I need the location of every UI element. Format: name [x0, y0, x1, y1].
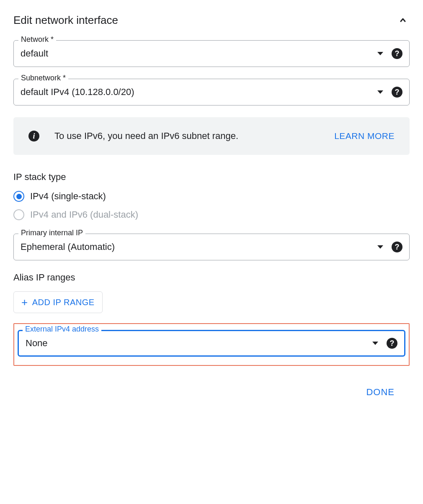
network-select[interactable]: default ?: [13, 40, 410, 67]
radio-icon-selected: [13, 191, 24, 202]
help-icon[interactable]: ?: [392, 48, 402, 59]
subnetwork-value: default IPv4 (10.128.0.0/20): [21, 87, 377, 98]
radio-label: IPv4 and IPv6 (dual-stack): [30, 209, 138, 220]
primary-ip-label: Primary internal IP: [18, 229, 85, 237]
help-icon[interactable]: ?: [392, 242, 402, 252]
external-ip-label: External IPv4 address: [23, 325, 101, 334]
primary-ip-value: Ephemeral (Automatic): [21, 242, 377, 252]
collapse-toggle[interactable]: [396, 13, 410, 27]
radio-icon-disabled: [13, 209, 24, 220]
page-title: Edit network interface: [13, 14, 118, 27]
radio-label: IPv4 (single-stack): [30, 191, 106, 202]
subnetwork-label: Subnetwork *: [18, 74, 68, 82]
alias-title: Alias IP ranges: [13, 272, 410, 283]
ip-stack-radio-group: IPv4 (single-stack) IPv4 and IPv6 (dual-…: [13, 191, 410, 220]
add-ip-range-button[interactable]: + ADD IP RANGE: [13, 291, 103, 313]
radio-ipv4-single[interactable]: IPv4 (single-stack): [13, 191, 410, 202]
network-value: default: [21, 48, 377, 59]
help-icon[interactable]: ?: [392, 87, 402, 98]
dropdown-icon: [377, 52, 383, 55]
chevron-up-icon: [398, 15, 408, 25]
external-ip-highlight: External IPv4 address None ?: [13, 323, 410, 366]
info-text: To use IPv6, you need an IPv6 subnet ran…: [54, 131, 319, 141]
dropdown-icon: [377, 245, 383, 249]
learn-more-link[interactable]: LEARN MORE: [334, 131, 395, 141]
dropdown-icon: [372, 342, 378, 345]
add-button-label: ADD IP RANGE: [32, 298, 95, 307]
info-icon: i: [28, 131, 39, 141]
ipv6-info-banner: i To use IPv6, you need an IPv6 subnet r…: [13, 117, 410, 155]
network-label: Network *: [18, 35, 56, 44]
external-ip-select[interactable]: None ?: [18, 330, 405, 357]
done-button[interactable]: DONE: [359, 383, 401, 402]
ip-stack-title: IP stack type: [13, 172, 410, 183]
plus-icon: +: [21, 297, 28, 308]
external-ip-value: None: [26, 338, 372, 349]
primary-ip-select[interactable]: Ephemeral (Automatic) ?: [13, 234, 410, 260]
subnetwork-select[interactable]: default IPv4 (10.128.0.0/20) ?: [13, 79, 410, 105]
help-icon[interactable]: ?: [387, 338, 397, 349]
dropdown-icon: [377, 90, 383, 94]
radio-ipv4-ipv6-dual: IPv4 and IPv6 (dual-stack): [13, 209, 410, 220]
